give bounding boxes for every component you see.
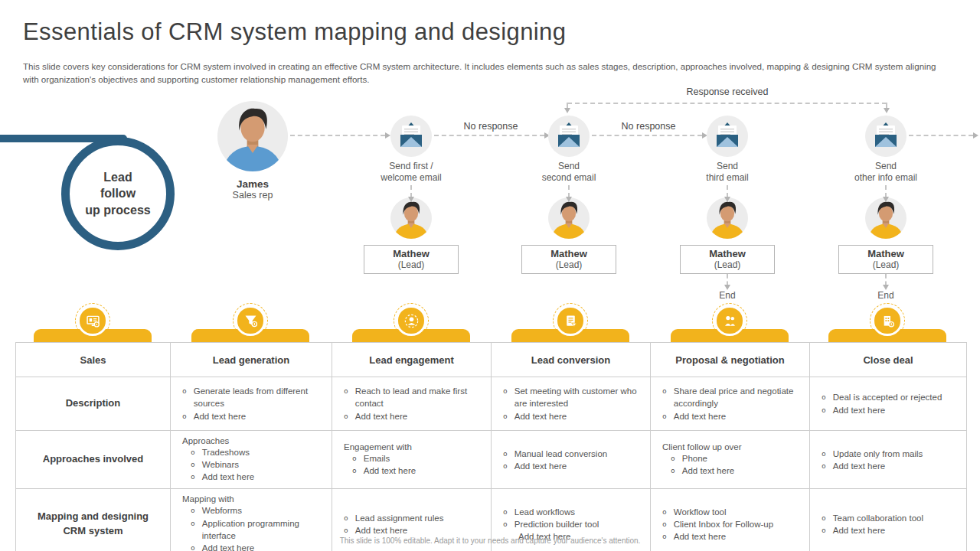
bullet-item: oAdd text here <box>344 524 486 536</box>
lead-engagement-icon-ring <box>394 303 429 338</box>
bullet-marker: o <box>503 460 508 472</box>
table-cell: oUpdate only from mailsoAdd text here <box>810 431 967 489</box>
sales-rep-name-block: James Sales rep <box>207 178 299 201</box>
bullet-marker: o <box>822 448 826 460</box>
table-cell: Client follow up overoPhoneoAdd text her… <box>651 431 810 489</box>
dashed-arrow-down <box>568 185 570 197</box>
bullet-item: oReach to lead and make first contact <box>344 385 486 409</box>
bullet-item: oAdd text here <box>191 471 327 483</box>
bullet-marker: o <box>352 465 357 477</box>
bullet-marker: o <box>352 452 357 465</box>
bullet-item: oAdd text here <box>671 465 805 477</box>
bullet-marker: o <box>822 512 826 524</box>
follow-up-step: Send first /welcome email Mathew(Lead) <box>348 116 474 274</box>
bullet-marker: o <box>503 385 508 409</box>
lead-conversion-icon-ring <box>553 303 588 338</box>
bullet-item: oPrediction builder tool <box>503 518 645 530</box>
stage-header: Sales <box>16 343 171 377</box>
dashed-arrow-down <box>886 103 887 108</box>
sales-rep-name: James <box>207 178 299 190</box>
bullet-item: oAdd text here <box>822 524 962 536</box>
bullet-marker: o <box>822 460 826 472</box>
bullet-marker: o <box>191 471 195 483</box>
lead-conversion-icon <box>555 305 585 335</box>
bullet-marker: o <box>191 504 195 517</box>
stage-header: Close deal <box>810 343 967 377</box>
person-avatar-icon <box>707 197 748 239</box>
bullet-item: oUpdate only from mails <box>822 448 962 460</box>
bullet-item: oAdd text here <box>662 410 805 422</box>
bullet-item: oManual lead conversion <box>503 448 645 460</box>
send-email-label: Sendsecond email <box>506 161 632 185</box>
follow-up-step: Sendsecond email Mathew(Lead) <box>506 116 632 274</box>
lead-name: Mathew <box>681 248 774 259</box>
person-avatar-icon <box>865 197 906 239</box>
dashed-line <box>567 103 887 104</box>
dashed-arrow-down <box>567 103 568 108</box>
page-title: Essentials of CRM system mapping and des… <box>23 18 566 46</box>
dashed-arrow-down <box>885 185 887 197</box>
bullet-item: oAdd text here <box>822 460 962 472</box>
end-label: End <box>823 290 949 301</box>
table-cell: oReach to lead and make first contactoAd… <box>332 377 492 431</box>
lead-tag: (Lead) <box>364 259 458 270</box>
table-cell: oSet meeting with customer who are inter… <box>492 377 651 431</box>
bullet-marker: o <box>671 452 675 465</box>
lead-engagement-icon <box>396 305 426 335</box>
person-avatar-icon <box>217 101 288 171</box>
lead-tag: (Lead) <box>681 259 774 270</box>
cell-bullet-list: oEmailsoAdd text here <box>344 452 486 477</box>
bullet-marker: o <box>503 518 508 530</box>
lead-name: Mathew <box>839 248 933 259</box>
bullet-item: oClient Inbox for Follow-up <box>662 518 805 530</box>
cell-bullet-list: oDeal is accepted or rejectedoAdd text h… <box>822 391 962 416</box>
send-email-label: Sendother info email <box>823 161 949 185</box>
stage-header: Lead generation <box>171 343 332 377</box>
footer-note: This slide is 100% editable. Adapt it to… <box>0 536 980 545</box>
response-received-label: Response received <box>643 86 812 97</box>
bullet-item: oAdd text here <box>503 410 645 422</box>
slide-description: This slide covers key considerations for… <box>23 60 946 86</box>
cell-bullet-list: oUpdate only from mailsoAdd text here <box>822 448 962 472</box>
bullet-item: oLead workflows <box>503 506 645 518</box>
sales-dashboard-icon <box>77 305 107 335</box>
bullet-item: oAdd text here <box>182 410 327 422</box>
cell-bullet-list: oGenerate leads from different sourcesoA… <box>182 385 327 422</box>
lead-name-box: Mathew(Lead) <box>838 245 933 274</box>
bullet-item: oEmails <box>352 452 486 465</box>
bullet-item: oPhone <box>671 452 805 465</box>
lead-name-box: Mathew(Lead) <box>521 245 616 274</box>
sales-dashboard-icon-ring <box>75 303 110 338</box>
bullet-marker: o <box>503 448 508 460</box>
cell-heading: Engagement with <box>344 442 486 452</box>
bullet-item: oSet meeting with customer who are inter… <box>503 385 645 409</box>
cell-heading: Mapping with <box>182 494 327 504</box>
follow-up-step: Sendother info email Mathew(Lead)End <box>823 116 949 301</box>
bullet-marker: o <box>503 410 508 422</box>
person-avatar-icon <box>390 197 432 239</box>
bullet-marker: o <box>344 410 348 422</box>
bullet-marker: o <box>182 410 187 422</box>
badge-label: Leadfollowup process <box>85 169 150 219</box>
bullet-marker: o <box>503 506 508 518</box>
sales-rep-avatar <box>217 101 288 171</box>
cell-bullet-list: oTeam collaboration tooloAdd text here <box>822 512 962 536</box>
dashed-arrow-down <box>727 274 728 285</box>
lead-avatar <box>548 197 590 239</box>
lead-avatar <box>707 197 748 239</box>
lead-tag: (Lead) <box>839 259 933 270</box>
bullet-marker: o <box>662 410 667 422</box>
lead-name: Mathew <box>364 248 458 259</box>
email-icon <box>707 116 748 157</box>
send-email-label: Sendthird email <box>665 161 790 185</box>
crm-stage-table: SalesLead generationLead engagementLead … <box>15 342 967 551</box>
send-email-icon-wrap <box>823 116 949 157</box>
send-email-label: Send first /welcome email <box>348 161 474 185</box>
bullet-marker: o <box>344 385 348 409</box>
bullet-marker: o <box>191 458 195 471</box>
table-cell: oDeal is accepted or rejectedoAdd text h… <box>810 377 967 431</box>
table-cell: Engagement withoEmailsoAdd text here <box>332 431 492 489</box>
bullet-marker: o <box>662 506 667 518</box>
bullet-marker: o <box>182 385 187 409</box>
end-label: End <box>665 290 790 301</box>
